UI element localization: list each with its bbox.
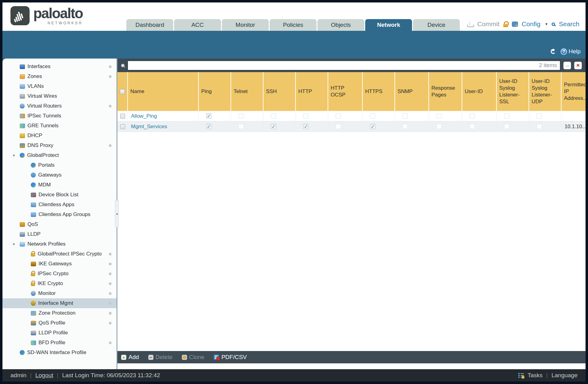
sidebar-item-lldp-profile[interactable]: LLDP Profile [2,328,116,338]
sidebar-item-monitor[interactable]: Monitor [2,288,116,298]
column-header-https[interactable]: HTTPS [363,72,395,111]
sidebar-item-virtual-routers[interactable]: Virtual Routers [2,101,116,111]
sidebar-item-zones[interactable]: Zones [2,71,116,81]
search-button[interactable]: Search [559,20,579,28]
sidebar-item-mdm[interactable]: MDM [2,180,116,190]
sidebar-splitter[interactable]: ◄ [116,59,117,369]
tab-bar: DashboardACCMonitorPoliciesObjectsNetwor… [126,19,460,31]
column-header-name[interactable]: Name [128,72,199,111]
clear-filter-button[interactable]: × [574,62,582,69]
sidebar-item-portals[interactable]: Portals [2,160,116,170]
sidebar-item-lldp[interactable]: LLDP [2,229,116,239]
sidebar-item-label: LLDP Profile [39,330,68,336]
column-header-telnet[interactable]: Telnet [231,72,263,111]
logout-link[interactable]: Logout [35,372,53,379]
sidebar-item-qos-profile[interactable]: QoS Profile [2,318,116,328]
sidebar-item-clientless-apps[interactable]: Clientless Apps [2,200,116,210]
tab-objects[interactable]: Objects [317,19,364,31]
table-header: NamePingTelnetSSHHTTPHTTP OCSPHTTPSSNMPR… [117,72,586,111]
select-all-checkbox[interactable] [120,89,125,94]
add-button[interactable]: +Add [121,354,139,361]
sidebar-item-label: IKE Gateways [39,261,72,267]
sidebar-collapse-handle[interactable]: ◄ [115,200,119,227]
sidebar-item-clientless-app-groups[interactable]: Clientless App Groups [2,210,116,219]
sidebar-item-ike-gateways[interactable]: IKE Gateways [2,259,116,269]
filter-input[interactable] [131,62,539,69]
sidebar-item-ike-crypto[interactable]: IKE Crypto [2,279,116,288]
sidebar-item-qos[interactable]: QoS [2,219,116,229]
sidebar-item-label: Portals [38,162,55,168]
column-header-user-id[interactable]: User-ID [462,72,497,111]
service-cell: ✓ [363,121,395,132]
sidebar-item-zone-protection[interactable]: Zone Protection [2,308,116,318]
column-header-http[interactable]: HTTP [296,72,328,111]
lock-icon[interactable] [503,21,508,27]
tab-acc[interactable]: ACC [174,19,221,31]
virtual-routers-icon [20,104,25,108]
globalprotect-icon [20,153,25,158]
delete-button[interactable]: −Delete [148,354,173,361]
sidebar-item-label: Virtual Routers [27,103,62,109]
sidebar-item-label: MDM [38,182,51,188]
table-body: Allow_Ping✓Mgmt_Services✓✓✓✓10.1.10... [117,111,586,132]
sidebar-item-device-block-list[interactable]: Device Block List [2,190,116,200]
sidebar-item-sd-wan-interface-profile[interactable]: SD-WAN Interface Profile [2,348,116,357]
column-header-response-pages[interactable]: Response Pages [429,72,462,111]
sidebar-item-ipsec-tunnels[interactable]: IPSec Tunnels [2,111,116,121]
profile-name-link[interactable]: Allow_Ping [128,113,157,119]
refresh-icon[interactable] [551,49,556,54]
tab-monitor[interactable]: Monitor [222,19,269,31]
separator: | [57,372,59,379]
dhcp-icon [20,133,25,138]
sidebar-item-globalprotect[interactable]: ▼GlobalProtect [2,150,116,160]
unchecked-checkbox [537,124,542,129]
profile-name-link[interactable]: Mgmt_Services [128,124,167,130]
sidebar-item-vlans[interactable]: VLANs [2,81,116,91]
sidebar-item-gre-tunnels[interactable]: GRE Tunnels [2,121,116,131]
service-cell: ✓ [296,121,328,132]
language-button[interactable]: Language [551,372,578,379]
name-cell: Mgmt_Services [128,121,199,132]
sidebar-item-dhcp[interactable]: DHCP [2,131,116,141]
vlans-icon [20,84,25,89]
sidebar-item-interface-mgmt[interactable]: Interface Mgmt [2,298,116,308]
column-header-ssh[interactable]: SSH [263,72,296,111]
tab-policies[interactable]: Policies [270,19,316,31]
column-header-user-id-syslog-listener-udp[interactable]: User-ID Syslog Listener-UDP [529,72,561,111]
expander-icon[interactable]: ▼ [12,154,20,157]
sidebar-item-interfaces[interactable]: Interfaces [2,62,116,71]
sidebar-item-virtual-wires[interactable]: Virtual Wires [2,91,116,101]
tab-dashboard[interactable]: Dashboard [126,19,173,31]
content-bottom-strip [117,363,586,369]
clone-button[interactable]: Clone [182,354,205,361]
column-header-ping[interactable]: Ping [199,72,231,111]
unchecked-checkbox [370,113,375,119]
column-header-snmp[interactable]: SNMP [395,72,429,111]
sidebar-item-label: IKE Crypto [38,280,63,287]
column-header-http-ocsp[interactable]: HTTP OCSP [328,72,363,111]
expander-icon[interactable]: ▼ [12,243,20,246]
pdf-csv-button[interactable]: PDF/CSV [214,354,247,361]
chevron-down-icon[interactable]: ▼ [545,22,548,26]
config-menu-button[interactable]: Config [522,20,541,28]
apply-filter-button[interactable]: → [563,62,571,69]
row-checkbox[interactable] [120,124,125,129]
column-header-user-id-syslog-listener-ssl[interactable]: User-ID Syslog Listener-SSL [497,72,529,111]
help-button[interactable]: ? Help [561,48,581,55]
item-dot [109,272,112,275]
sidebar-item-globalprotect-ipsec-crypto[interactable]: GlobalProtect IPSec Crypto [2,249,116,259]
row-checkbox[interactable] [120,114,125,119]
tab-network[interactable]: Network [365,19,412,31]
commit-button[interactable]: Commit [477,20,500,28]
sidebar-item-bfd-profile[interactable]: BFD Profile [2,338,116,348]
tab-device[interactable]: Device [413,19,460,31]
service-cell [462,111,497,121]
tasks-button[interactable]: Tasks [528,372,543,379]
sidebar-item-network-profiles[interactable]: ▼Network Profiles [2,239,116,249]
username-label: admin [10,372,27,379]
column-header-permitted-ip-address[interactable]: Permitted IP Address... [561,72,586,111]
sidebar-item-dns-proxy[interactable]: DNS Proxy [2,141,116,150]
network-profiles-icon [20,242,25,247]
sidebar-item-gateways[interactable]: Gateways [2,170,116,180]
sidebar-item-ipsec-crypto[interactable]: IPSec Crypto [2,269,116,279]
